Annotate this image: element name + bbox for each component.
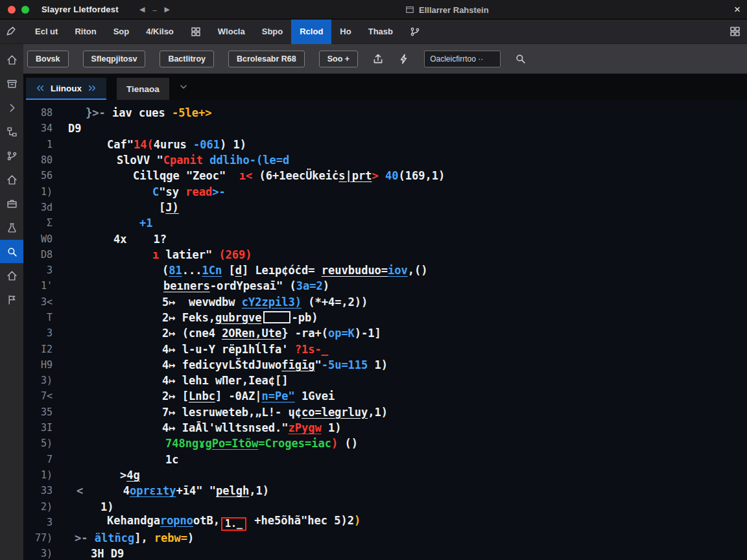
code-line[interactable]: 33< 4oprεıty+ī4" "pelgh,1) — [23, 483, 747, 498]
flag-icon[interactable] — [0, 288, 23, 311]
error-box: 1._ — [221, 517, 246, 531]
toolbar-button-bcrolesabr-r68[interactable]: Bcrolesabr R68 — [228, 51, 305, 67]
code-line[interactable]: 3d[J) — [23, 200, 747, 215]
menu-item-sbpo[interactable]: Sbpo — [254, 19, 292, 44]
tab-tienaoa[interactable]: Tienaoa — [117, 78, 169, 100]
grid-icon[interactable] — [191, 27, 201, 37]
menu-item-ho[interactable]: Ho — [331, 19, 359, 44]
empty-box — [263, 311, 290, 323]
line-number: 3) — [23, 375, 58, 386]
code-text: 2↦ [Lnbc] -0AZ|n=Pe" 1Gvei — [58, 390, 335, 402]
toolbar-button-bactlitroy[interactable]: Bactlitroy — [160, 51, 214, 67]
sidebar — [0, 44, 23, 560]
window-icon — [405, 5, 414, 14]
code-line[interactable]: 3<5↦ wevwdbw cY2zpil3) (*+4=,2)) — [23, 294, 747, 310]
close-traffic-light[interactable] — [8, 6, 16, 14]
code-line[interactable]: 88}>- iav cues -5le+> — [23, 105, 747, 121]
back-icon[interactable]: ◀ — [139, 5, 145, 14]
code-line[interactable]: 2)1) — [23, 498, 747, 514]
search-input[interactable] — [424, 51, 501, 67]
code-text: (81...1Cn [d] Leıp¢óċd= reuvbuduo=iov,() — [58, 264, 428, 277]
code-line[interactable]: T2↦ Feks,gubrgve-pb) — [23, 310, 747, 325]
line-number: 1 — [23, 139, 58, 150]
close-icon[interactable]: × — [734, 4, 741, 15]
briefcase-icon[interactable] — [0, 192, 23, 215]
toolbar-button-sfleqpjitosv[interactable]: Sfleqpjitosv — [83, 51, 146, 67]
code-line[interactable]: 7<2↦ [Lnbc] -0AZ|n=Pe" 1Gvei — [23, 388, 747, 404]
menu-item-riton[interactable]: Riton — [66, 19, 104, 44]
menu-item-ecl-ut[interactable]: Ecl ut — [27, 19, 66, 44]
menu-item-thasb[interactable]: Thasb — [360, 19, 401, 44]
search-icon[interactable] — [0, 240, 23, 263]
code-line[interactable]: 3)4↦ lehı wΠer,Iea¢[] — [23, 373, 747, 388]
forward-icon[interactable]: ▶ — [165, 5, 170, 14]
code-line[interactable]: 34D9 — [23, 121, 747, 136]
chevron-down-icon[interactable] — [178, 82, 189, 92]
toolbar-button-bovsk[interactable]: Bovsk — [27, 51, 69, 67]
code-text: Cillqge "Zeoc" ı< (6+1eecÜkeiċs|prt> 40(… — [58, 169, 445, 182]
code-line[interactable]: 3KehandgaropnootB,1._ +he5õhã"hec 5)2) — [23, 515, 747, 530]
archive-icon[interactable] — [0, 72, 23, 95]
menu-item-sop[interactable]: Sop — [105, 19, 138, 44]
code-line[interactable]: H94↦ fedicyvLŠtdJuwofīgīg"-5u=115 1) — [23, 357, 747, 373]
bolt-icon[interactable] — [398, 53, 410, 65]
code-text: 4↦ l-u-Y rëp1hĺlfa' ?1s-_ — [58, 343, 328, 356]
code-text: [J) — [58, 201, 179, 214]
code-line[interactable]: 77)>- ältñcg], rebw=) — [23, 530, 747, 546]
code-line[interactable]: 80SloVV "Cpanit ddliho-(le=d — [23, 152, 747, 168]
code-line[interactable]: Σ+1 — [23, 215, 747, 231]
chevron-right-icon[interactable] — [0, 96, 23, 119]
code-text: 5↦ wevwdbw cY2zpil3) (*+4=,2)) — [58, 296, 368, 309]
branch-icon[interactable] — [0, 144, 23, 167]
menu-item-wlocla[interactable]: Wlocla — [209, 19, 254, 44]
branch-icon[interactable] — [410, 27, 420, 37]
code-line[interactable]: 5)748ngɤgPo=Itõw=Croges=iac) () — [23, 436, 747, 451]
tab-liinoux[interactable]: Liinoux — [26, 78, 106, 100]
toolbar-button-soo[interactable]: Soo + — [319, 51, 358, 67]
menu-item-rclod[interactable]: Rclod — [291, 19, 331, 44]
code-line[interactable]: 1Caf"14(4urus -061) 1) — [23, 137, 747, 152]
line-number: 7 — [23, 454, 58, 465]
code-text: D9 — [58, 122, 81, 135]
code-line[interactable]: 56Cillqge "Zeoc" ı< (6+1eecÜkeiċs|prt> 4… — [23, 168, 747, 183]
line-number: 1) — [23, 186, 58, 198]
code-line[interactable]: 1)C"sy read>- — [23, 183, 747, 199]
code-text: 4x 1? — [58, 233, 167, 246]
zoom-traffic-light[interactable] — [21, 6, 29, 14]
code-line[interactable]: 1)>4g — [23, 467, 747, 483]
home-icon[interactable] — [0, 48, 23, 71]
pen-icon[interactable] — [5, 26, 16, 37]
code-text: 4↦ fedicyvLŠtdJuwofīgīg"-5u=115 1) — [58, 358, 388, 371]
code-text: +1 — [58, 216, 152, 229]
code-text: 7↦ lesruweteb,„L!- ɥ¢co=legrluy,1) — [58, 406, 388, 419]
tree-icon[interactable] — [0, 120, 23, 143]
home-icon[interactable] — [0, 264, 23, 287]
code-line[interactable]: 1'beıners-ordYpesaī" (3a=2) — [23, 278, 747, 294]
line-number: T — [23, 312, 58, 323]
code-line[interactable]: W04x 1? — [23, 231, 747, 246]
flask-icon[interactable] — [0, 216, 23, 239]
line-number: D8 — [23, 249, 58, 261]
line-number: 3d — [23, 202, 58, 213]
main-column: BovskSfleqpjitosvBactlitroyBcrolesabr R6… — [23, 44, 747, 560]
code-line[interactable]: 3I4↦ IaĀl'wlltsnsed."zPygw 1) — [23, 420, 747, 436]
window-title: Slayrer Lletfordest — [42, 5, 119, 14]
code-line[interactable]: 32↦ (cne4 2ORen,Ute} -ra+(op=K)-1] — [23, 325, 747, 341]
code-line[interactable]: I24↦ l-u-Y rëp1hĺlfa' ?1s-_ — [23, 341, 747, 356]
share-icon[interactable] — [372, 53, 384, 65]
home-icon[interactable] — [0, 168, 23, 191]
toolbar: BovskSfleqpjitosvBactlitroyBcrolesabr R6… — [23, 44, 747, 74]
code-text: C"sy read>- — [58, 185, 226, 198]
code-line[interactable]: 3)3H D9 — [23, 546, 747, 560]
code-line[interactable]: 357↦ lesruweteb,„L!- ɥ¢co=legrluy,1) — [23, 404, 747, 420]
editor-code[interactable]: 88}>- iav cues -5le+>34D91Caf"14(4urus -… — [23, 100, 747, 560]
code-line[interactable]: 71c — [23, 452, 747, 467]
code-line[interactable]: D8ı latier" (269) — [23, 247, 747, 262]
code-text: >- ältñcg], rebw=) — [58, 531, 194, 544]
history-nav: ◀ – ▶ — [139, 5, 170, 14]
menu-item-4-kilso[interactable]: 4/Kilso — [137, 19, 182, 44]
code-line[interactable]: 3(81...1Cn [d] Leıp¢óċd= reuvbuduo=iov,(… — [23, 262, 747, 278]
search-icon[interactable] — [515, 53, 526, 64]
code-text: 2↦ (cne4 2ORen,Ute} -ra+(op=K)-1] — [58, 327, 381, 340]
grid-icon[interactable] — [729, 26, 741, 37]
